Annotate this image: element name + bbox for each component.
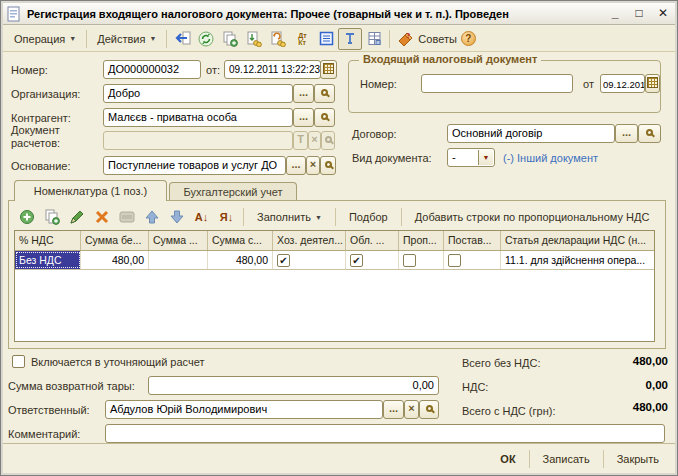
unpost-document-button[interactable] — [266, 28, 290, 50]
organization-open-button[interactable] — [314, 84, 335, 103]
nomenclature-table[interactable]: % НДС Сумма бе... Сумма ... Сумма с... Х… — [14, 230, 655, 342]
tax-number-input[interactable] — [421, 74, 573, 93]
tab-accounting[interactable]: Бухгалтерский учет — [169, 182, 297, 201]
basis-input[interactable]: Поступление товаров и услуг ДО — [103, 156, 286, 175]
cell-declaration-article[interactable]: 11.1. для здійснення опера... — [501, 251, 654, 269]
from-label: от: — [206, 64, 220, 76]
pin-form-button[interactable] — [338, 28, 362, 50]
svg-text:?: ? — [406, 32, 410, 39]
fill-menu-button[interactable]: Заполнить▼ — [249, 209, 330, 225]
edit-row-button[interactable] — [65, 207, 88, 227]
add-proportional-vat-rows-button[interactable]: Добавить строки по пропорциональному НДС — [407, 209, 658, 225]
actions-menu-button[interactable]: Действия▼ — [90, 30, 163, 48]
arrow-down-icon — [170, 210, 184, 224]
cell-vat-rate[interactable]: Без НДС — [15, 251, 81, 269]
organization-select-button[interactable]: ... — [293, 84, 314, 103]
help-button[interactable]: ? — [461, 31, 476, 46]
sort-ascending-button[interactable]: А↓ — [190, 207, 213, 227]
responsible-input[interactable]: Абдулов Юрій Володимирович — [105, 400, 383, 419]
tare-sum-input[interactable]: 0,00 — [148, 376, 439, 395]
responsible-open-button[interactable] — [419, 400, 439, 419]
number-input[interactable]: ДО000000032 — [103, 60, 201, 79]
form-settings-button[interactable] — [362, 28, 386, 50]
move-row-down-button[interactable] — [165, 207, 188, 227]
settlement-clear-button[interactable]: × — [308, 131, 321, 150]
responsible-select-button[interactable]: ... — [383, 400, 404, 419]
contract-open-button[interactable] — [638, 124, 661, 143]
move-row-up-button[interactable] — [140, 207, 163, 227]
cell-proportional-checkbox[interactable] — [399, 251, 444, 269]
cell-activity-checkbox[interactable]: ✔ — [273, 251, 346, 269]
other-document-link[interactable]: (-) Інший документ — [503, 152, 598, 164]
settlement-open-button[interactable] — [321, 131, 335, 150]
document-window: Регистрация входящего налогового докумен… — [3, 3, 675, 473]
date-input[interactable]: 09.12.2011 13:22:23 — [224, 60, 321, 79]
document-journal-icon — [319, 31, 334, 46]
responsible-clear-button[interactable]: × — [404, 400, 419, 419]
counterparty-open-button[interactable] — [314, 108, 335, 127]
refresh-button[interactable] — [194, 28, 218, 50]
delete-row-button[interactable] — [90, 207, 113, 227]
combo-dropdown-button[interactable]: ▼ — [478, 150, 493, 165]
add-row-button[interactable] — [15, 207, 38, 227]
calendar-button[interactable] — [320, 60, 337, 79]
comment-input[interactable] — [105, 424, 665, 443]
column-header-activity[interactable]: Хоз. деятел... — [273, 231, 346, 250]
tab-nomenclature[interactable]: Номенклатура (1 поз.) — [14, 180, 167, 201]
column-header-declaration[interactable]: Статья декларации НДС (н... — [501, 231, 654, 250]
checkbox-checked[interactable]: ✔ — [350, 254, 363, 267]
dt-kt-button[interactable]: ДтКт — [290, 28, 314, 50]
tips-button[interactable]: ? Советы — [393, 31, 460, 47]
column-header-taxable[interactable]: Обл. ... — [346, 231, 399, 250]
checkbox-unchecked[interactable] — [448, 254, 461, 267]
column-header-vat[interactable]: % НДС — [15, 231, 81, 250]
pick-button[interactable]: Подбор — [341, 209, 396, 225]
basis-select-button[interactable]: ... — [286, 156, 306, 175]
tax-calendar-button[interactable] — [645, 74, 660, 93]
number-label: Номер: — [11, 64, 48, 76]
column-header-sum[interactable]: Сумма ... — [149, 231, 208, 250]
minimize-button[interactable]: _ — [607, 5, 623, 21]
basis-label: Основание: — [11, 160, 70, 172]
magnifier-icon — [426, 405, 433, 412]
operation-menu-button[interactable]: Операция▼ — [7, 30, 83, 48]
cell-taxable-checkbox[interactable]: ✔ — [346, 251, 399, 269]
save-button[interactable]: Записать — [533, 449, 600, 469]
column-header-sum-with[interactable]: Сумма с... — [208, 231, 273, 250]
basis-clear-button[interactable]: × — [306, 156, 320, 175]
settlement-type-button[interactable]: T — [293, 131, 308, 150]
reread-button[interactable] — [170, 28, 194, 50]
cell-sum-without-vat[interactable]: 480,00 — [81, 251, 149, 269]
column-header-proportional[interactable]: Проп... — [399, 231, 444, 250]
title-bar[interactable]: Регистрация входящего налогового докумен… — [3, 3, 675, 25]
sort-descending-button[interactable]: Я↓ — [215, 207, 238, 227]
tax-date-input[interactable]: 09.12.2011 — [600, 74, 645, 93]
cell-sum-with-vat[interactable]: 480,00 — [208, 251, 273, 269]
close-form-button[interactable]: Закрыть — [607, 449, 669, 469]
end-edit-button-disabled[interactable] — [115, 207, 138, 227]
clarifying-calculation-checkbox[interactable] — [12, 355, 25, 368]
column-header-supplier[interactable]: Постав... — [444, 231, 501, 250]
ok-button[interactable]: ОК — [490, 449, 525, 469]
post-document-icon — [246, 31, 262, 47]
cell-sum-vat[interactable] — [149, 251, 208, 269]
maximize-button[interactable]: □ — [631, 5, 647, 21]
contract-select-button[interactable]: ... — [615, 124, 638, 143]
doc-kind-combobox[interactable]: - ▼ — [447, 148, 495, 167]
checkbox-checked[interactable]: ✔ — [277, 254, 290, 267]
table-row[interactable]: Без НДС 480,00 480,00 ✔ ✔ 11.1. для здій… — [15, 251, 654, 270]
basis-open-button[interactable] — [320, 156, 336, 175]
checkbox-unchecked[interactable] — [403, 254, 416, 267]
cell-supplier-checkbox[interactable] — [444, 251, 501, 269]
column-header-sum-without[interactable]: Сумма бе... — [81, 231, 149, 250]
counterparty-input[interactable]: Малєєв - приватна особа — [103, 108, 293, 127]
contract-input[interactable]: Основний договір — [447, 124, 615, 143]
post-document-button[interactable] — [242, 28, 266, 50]
counterparty-select-button[interactable]: ... — [293, 108, 314, 127]
settlement-doc-input[interactable] — [103, 131, 293, 150]
document-journal-button[interactable] — [314, 28, 338, 50]
copy-button[interactable] — [218, 28, 242, 50]
organization-input[interactable]: Добро — [103, 84, 293, 103]
close-button[interactable]: ✕ — [655, 5, 671, 21]
copy-row-button[interactable] — [40, 207, 63, 227]
